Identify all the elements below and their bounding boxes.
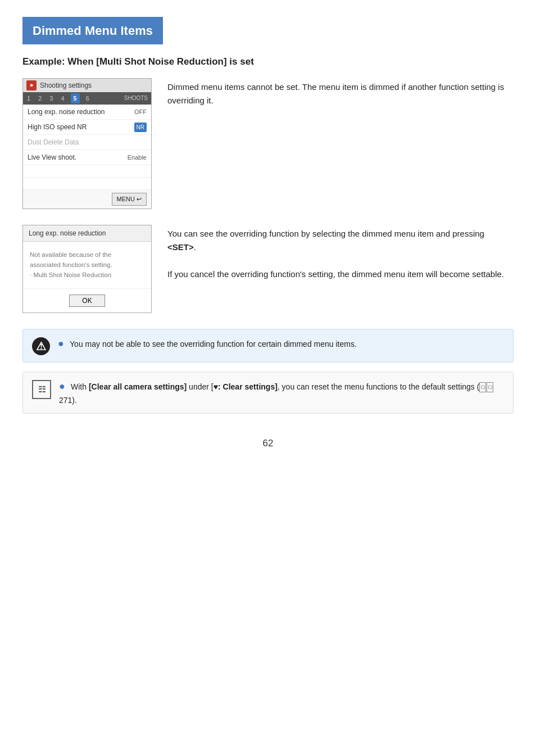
menu-item-value-nr: NR: [134, 123, 147, 132]
popup-body-line3: · Multi Shot Noise Reduction: [30, 270, 144, 280]
menu-item-value: Enable: [128, 153, 147, 162]
notice-icon: ⚠: [32, 337, 50, 355]
page-number: 62: [22, 436, 514, 451]
menu-tabs: 1 2 3 4 5 6 SHOOTS: [23, 92, 151, 105]
popup-body: Not available because of the associated …: [23, 242, 151, 288]
notice-text: You may not be able to see the overridin…: [70, 339, 357, 348]
menu-item-label: High ISO speed NR: [28, 122, 87, 132]
tab-2[interactable]: 2: [37, 93, 43, 104]
tip-icon-symbol: ☷: [38, 385, 46, 393]
menu-item-label: Live View shoot.: [28, 152, 76, 162]
menu-arrow-icon: ↩: [137, 194, 142, 204]
notice-section: ⚠ ● You may not be able to see the overr…: [22, 329, 514, 363]
tab-1[interactable]: 1: [25, 93, 32, 104]
tab-5[interactable]: 5: [71, 93, 80, 104]
menu-item-liveview[interactable]: Live View shoot. Enable: [23, 150, 151, 165]
tip-icon: ☷: [32, 380, 51, 399]
example-heading: Example: When [Multi Shot Noise Reductio…: [22, 55, 514, 69]
menu-item-empty1: [23, 165, 151, 178]
tip-text: With [Clear all camera settings] under […: [59, 382, 494, 405]
menu-item-label: Long exp. noise reduction: [28, 107, 105, 117]
notice-bullet: ●: [58, 338, 64, 349]
popup-header: Long exp. noise reduction: [23, 225, 151, 242]
camera-icon: ●: [26, 80, 37, 90]
page-title: Dimmed Menu Items: [22, 17, 163, 44]
menu-item-value: OFF: [134, 107, 147, 117]
menu-header: ● Shooting settings: [23, 79, 151, 92]
popup-body-line2: associated function's setting.: [30, 260, 144, 270]
menu-header-title: Shooting settings: [40, 80, 92, 90]
bottom-section: Long exp. noise reduction Not available …: [22, 225, 514, 313]
top-section: ● Shooting settings 1 2 3 4 5 6 SHOOTS L…: [22, 78, 514, 209]
description2-part1: You can see the overriding function by s…: [167, 229, 484, 252]
menu-item-empty2: [23, 178, 151, 190]
description1: Dimmed menu items cannot be set. The men…: [167, 78, 514, 107]
popup-box: Long exp. noise reduction Not available …: [22, 225, 152, 313]
tab-6[interactable]: 6: [84, 93, 91, 104]
popup-ok-row: OK: [23, 288, 151, 313]
description2: You can see the overriding function by s…: [167, 225, 514, 281]
camera-menu-box: ● Shooting settings 1 2 3 4 5 6 SHOOTS L…: [22, 78, 152, 209]
menu-footer: MENU ↩: [23, 190, 151, 209]
menu-button[interactable]: MENU ↩: [112, 193, 147, 206]
tab-4[interactable]: 4: [59, 93, 66, 104]
popup-body-line1: Not available because of the: [30, 250, 144, 260]
popup-ok-button[interactable]: OK: [69, 295, 105, 307]
menu-item-dust[interactable]: Dust Delete Data: [23, 135, 151, 150]
ref-icon1: □: [479, 382, 486, 392]
tip-content: ● With [Clear all camera settings] under…: [59, 379, 504, 407]
menu-item-high-iso[interactable]: High ISO speed NR NR: [23, 120, 151, 135]
tip-section: ☷ ● With [Clear all camera settings] und…: [22, 372, 514, 414]
menu-label: MENU: [117, 194, 135, 204]
tab-3[interactable]: 3: [48, 93, 54, 104]
description2-part2: If you cancel the overriding function's …: [167, 269, 504, 279]
tab-shoots: SHOOTS: [124, 94, 149, 102]
notice-content: ● You may not be able to see the overrid…: [58, 336, 357, 351]
menu-item-label: Dust Delete Data: [28, 137, 79, 147]
menu-item-long-exp[interactable]: Long exp. noise reduction OFF: [23, 105, 151, 120]
ref-icon2: □: [487, 382, 493, 392]
tip-bullet: ●: [59, 381, 65, 392]
